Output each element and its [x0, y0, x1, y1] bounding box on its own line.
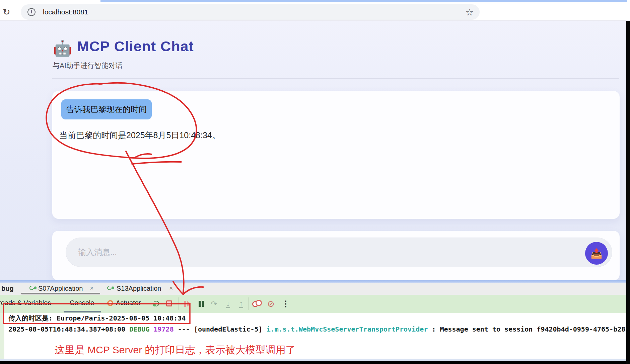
red-annotation-text: 这里是 MCP Server 的打印日志，表示被大模型调用了	[55, 343, 296, 357]
spring-run-icon	[28, 285, 34, 291]
log-level: DEBUG	[129, 325, 153, 333]
tab-console[interactable]: Console	[70, 299, 94, 307]
log-timestamp: 2025-08-05T16:48:34.387+08:00	[8, 325, 129, 333]
log-message: : Message sent to session f9420b4d-0959-…	[428, 325, 625, 333]
bookmark-star-icon[interactable]: ☆	[466, 7, 474, 18]
browser-toolbar: ↻ i localhost:8081 ☆ S G md ABP FE	[0, 0, 630, 21]
chat-messages-panel: 告诉我巴黎现在的时间 当前巴黎的时间是2025年8月5日10:48:34。	[52, 91, 620, 219]
screen-right-bar	[626, 21, 630, 364]
robot-emoji-icon: 🤖	[53, 39, 72, 57]
selected-tab-underline	[21, 293, 100, 294]
url-text[interactable]: localhost:8081	[43, 8, 88, 16]
step-into-glyph: ↓	[226, 300, 230, 308]
pause-bar	[199, 301, 201, 307]
tab-threads-variables[interactable]: reads & Variables	[0, 299, 51, 307]
send-button[interactable]: 📤	[585, 242, 608, 265]
resume-triangle	[187, 301, 191, 307]
log-pid: 19728	[153, 325, 178, 333]
ide-run-tab-bar: bug S07Application × S13Application ×	[0, 283, 626, 295]
pause-bar	[202, 301, 204, 307]
reload-icon[interactable]: ↻	[3, 7, 10, 17]
close-icon[interactable]: ×	[90, 284, 94, 292]
tab-s07application[interactable]: S07Application	[38, 285, 83, 292]
message-input-panel: 📤	[52, 231, 620, 280]
window-top-edge	[100, 0, 627, 2]
site-info-icon[interactable]: i	[27, 8, 36, 16]
browser-window-bottom-edge	[0, 280, 627, 283]
toolbar-divider	[249, 297, 249, 310]
toolbar-divider	[179, 297, 179, 310]
mute-breakpoints-icon[interactable]: ⊘	[266, 299, 276, 309]
log-class: i.m.s.t.WebMvcSseServerTransportProvider	[267, 325, 428, 333]
console-gutter	[0, 313, 4, 359]
resume-bar	[184, 301, 186, 307]
spring-run-icon	[106, 285, 112, 291]
more-options-icon[interactable]: ⋮	[281, 299, 291, 309]
step-into-icon[interactable]: ↓	[223, 299, 233, 309]
step-over-icon[interactable]: ↷	[209, 299, 219, 309]
selected-console-underline	[64, 311, 101, 312]
message-input[interactable]	[66, 238, 612, 267]
send-icon: 📤	[591, 248, 603, 259]
actuator-icon	[107, 300, 113, 306]
close-icon[interactable]: ×	[169, 284, 173, 292]
step-out-icon[interactable]: ↑	[236, 299, 246, 309]
tab-s13application[interactable]: S13Application	[117, 285, 161, 292]
resume-icon[interactable]	[183, 299, 193, 309]
tab-debug-partial[interactable]: bug	[1, 285, 14, 292]
mcp-chat-page: 🤖 MCP Client Chat 与AI助手进行智能对话 告诉我巴黎现在的时间…	[0, 21, 627, 280]
screen-bottom-bar	[0, 361, 630, 364]
debugger-toolbar: reads & Variables Console Actuator ↷ ↓ ↑…	[0, 295, 626, 313]
page-subtitle: 与AI助手进行智能对话	[53, 61, 123, 70]
step-out-glyph: ↑	[239, 300, 243, 308]
view-breakpoints-icon[interactable]	[252, 299, 262, 307]
screen: ↻ i localhost:8081 ☆ S G md ABP FE 🤖 MCP…	[0, 0, 630, 364]
user-message-bubble: 告诉我巴黎现在的时间	[61, 99, 152, 119]
console-output[interactable]: 传入的时区是: Europe/Paris-2025-08-05 10:48:34…	[0, 313, 626, 359]
console-log-line-debug: 2025-08-05T16:48:34.387+08:00 DEBUG 1972…	[8, 325, 625, 333]
header-divider	[52, 78, 619, 79]
console-log-line-timezone: 传入的时区是: Europe/Paris-2025-08-05 10:48:34	[8, 314, 186, 323]
rerun-icon[interactable]	[153, 301, 159, 306]
address-bar[interactable]: i localhost:8081 ☆	[21, 4, 480, 20]
pause-icon[interactable]	[196, 299, 206, 309]
ide-bottom-edge	[0, 359, 627, 361]
stop-icon[interactable]	[166, 300, 172, 306]
log-thread: --- [oundedElastic-5]	[178, 325, 267, 333]
page-title: MCP Client Chat	[77, 38, 194, 55]
tab-actuator[interactable]: Actuator	[116, 299, 141, 307]
assistant-message: 当前巴黎的时间是2025年8月5日10:48:34。	[59, 130, 220, 141]
